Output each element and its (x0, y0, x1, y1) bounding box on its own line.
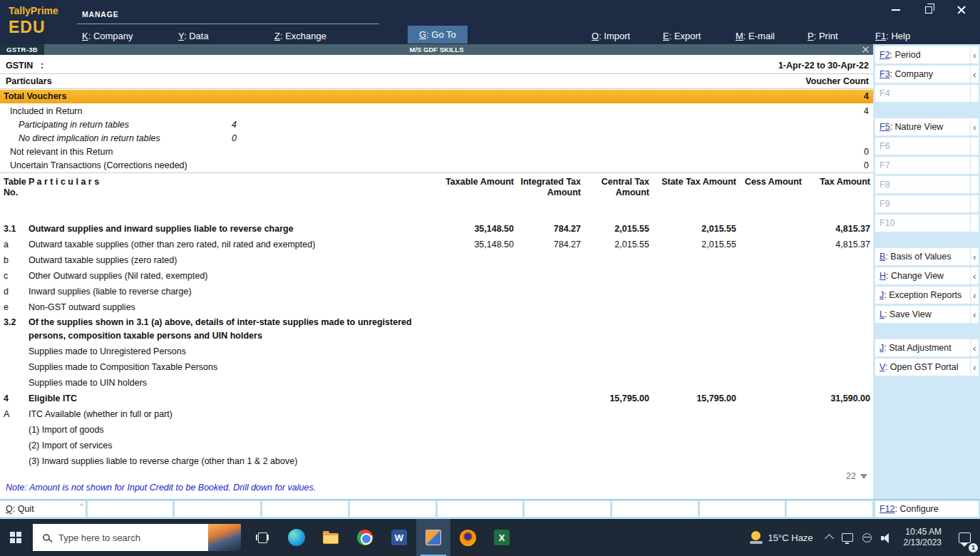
menu-key: M (736, 31, 743, 41)
chevron-left-icon[interactable]: ‹ (971, 339, 979, 356)
bottom-cell[interactable] (700, 501, 785, 517)
edge-button[interactable] (279, 519, 314, 556)
menu-key: O (592, 31, 599, 41)
chrome-button[interactable] (348, 519, 382, 556)
file-explorer-button[interactable] (314, 519, 348, 556)
menu-item-import[interactable]: O: Import (592, 28, 630, 44)
table-row[interactable]: Supplies made to Composition Taxable Per… (0, 359, 873, 375)
chevron-left-icon[interactable]: ‹ (971, 248, 979, 265)
menu-item-company[interactable]: K: Company (82, 28, 133, 44)
table-row[interactable]: dInward supplies (liable to reverse char… (0, 284, 873, 299)
volume-tray-button[interactable] (881, 533, 891, 542)
report-body: GSTIN : 1-Apr-22 to 30-Apr-22 Particular… (0, 55, 873, 499)
table-row[interactable]: cOther Outward supplies (Nil rated, exem… (0, 268, 873, 284)
taskbar-clock[interactable]: 10:45 AM 2/13/2023 (897, 527, 949, 548)
summary-value: 0 (864, 159, 869, 173)
table-row[interactable]: eNon-GST outward supplies (0, 299, 873, 315)
chevron-left-icon[interactable]: ‹ (971, 306, 979, 323)
bottom-cell[interactable] (262, 501, 348, 517)
taskbar-search-input[interactable]: Type here to search (33, 524, 241, 551)
summary-row-participating-in-return-tables[interactable]: Participating in return tables4 (0, 118, 873, 132)
table-row[interactable]: (3) Inward supplies liable to reverse ch… (0, 453, 873, 469)
start-button[interactable] (0, 519, 31, 556)
table-row[interactable]: bOutward taxable supplies (zero rated) (0, 252, 873, 268)
menu-item-print[interactable]: P: Print (808, 28, 838, 44)
chevron-left-icon[interactable]: ‹ (971, 267, 979, 284)
sidebar-button-f10: F10 (875, 215, 970, 232)
quit-cell[interactable]: Q: Quit^ (0, 501, 86, 517)
sidebar-button-stat-adjustment[interactable]: J: Stat Adjustment (875, 339, 970, 356)
bottom-cell[interactable] (175, 501, 260, 517)
summary-row-not-relevant-in-this-return[interactable]: Not relevant in this Return0 (0, 145, 873, 159)
table-row[interactable]: 4Eligible ITC15,795.0015,795.0031,590.00 (0, 391, 873, 406)
window-controls (890, 4, 967, 16)
menu-item-help[interactable]: F1: Help (875, 28, 910, 44)
table-header: Table No. P a r t i c u l a r s Taxable … (0, 175, 873, 198)
menu-item-go-to[interactable]: G: Go To (408, 26, 468, 43)
chevron-left-icon[interactable]: ‹ (971, 118, 979, 135)
chevron-left-icon[interactable]: ‹ (971, 46, 979, 63)
weather-text: 15°C Haze (768, 532, 813, 543)
summary-row-included-in-return[interactable]: Included in Return4 (0, 105, 873, 118)
configure-button[interactable]: F12: Configure (875, 501, 979, 517)
summary-value: 0 (211, 132, 237, 145)
sidebar-button-period[interactable]: F2: Period (875, 46, 970, 63)
sidebar-button-save-view[interactable]: L: Save View (875, 306, 970, 323)
table-row[interactable]: Supplies made to Unregistered Persons (0, 344, 873, 359)
table-row[interactable]: 3.2Of the supplies shown in 3.1 (a) abov… (0, 315, 873, 344)
summary-label: Included in Return (0, 105, 82, 118)
close-window-button[interactable] (956, 4, 967, 16)
report-close-icon[interactable] (862, 46, 869, 53)
menu-item-exchange[interactable]: Z: Exchange (274, 28, 326, 44)
bottom-cell[interactable] (438, 501, 523, 517)
bottom-cell[interactable] (787, 501, 872, 517)
taskbar-apps (245, 519, 519, 556)
table-row[interactable]: (2) Import of services (0, 438, 873, 453)
firefox-button[interactable] (450, 519, 485, 556)
summary-row-uncertain-transactions-corrections-needed[interactable]: Uncertain Transactions (Corrections need… (0, 159, 873, 173)
network-tray-button[interactable] (862, 533, 872, 542)
scroll-indicator[interactable]: 22 (846, 471, 867, 481)
bottom-bar: Q: Quit^ (0, 499, 873, 519)
task-view-button[interactable] (245, 519, 279, 556)
sidebar-button-f8: F8 (875, 176, 970, 193)
table-row[interactable]: 3.1Outward supplies and inward supplies … (0, 221, 873, 237)
sidebar-button-open-gst-portal[interactable]: V: Open GST Portal (875, 359, 970, 376)
sidebar-button-nature-view[interactable]: F5: Nature View (875, 118, 970, 135)
menu-item-data[interactable]: Y: Data (178, 28, 209, 44)
chevron-left-icon (971, 138, 979, 155)
chevron-left-icon (971, 215, 979, 232)
table-row[interactable]: AITC Available (whether in full or part) (0, 406, 873, 422)
volume-icon (881, 533, 891, 542)
summary-row-total-vouchers[interactable]: Total Vouchers4 (0, 90, 873, 103)
summary-row-no-direct-implication-in-return-tables[interactable]: No direct implication in return tables0 (0, 132, 873, 145)
bottom-cell[interactable] (350, 501, 435, 517)
table-row[interactable]: Supplies made to UIN holders (0, 375, 873, 391)
excel-button[interactable] (485, 519, 519, 556)
menu-item-export[interactable]: E: Export (663, 28, 701, 44)
active-app-button[interactable] (416, 519, 450, 556)
sidebar-button-basis-of-values[interactable]: B: Basis of Values (875, 248, 970, 265)
sidebar-button-company[interactable]: F3: Company (875, 66, 970, 83)
chevron-left-icon[interactable]: ‹ (971, 287, 979, 304)
sidebar-button-exception-reports[interactable]: J: Exception Reports (875, 287, 970, 304)
word-button[interactable] (382, 519, 416, 556)
chevron-left-icon[interactable]: ‹ (971, 66, 979, 83)
action-center-button[interactable]: 1 (949, 519, 980, 556)
table-row[interactable]: aOutward taxable supplies (other than ze… (0, 237, 873, 252)
hidden-icons-button[interactable] (826, 533, 832, 542)
display-tray-button[interactable] (842, 533, 853, 542)
chevron-left-icon[interactable]: ‹ (971, 359, 979, 376)
col-table-no: Table No. (0, 175, 29, 198)
minimize-button[interactable] (890, 4, 902, 16)
menu-item-e-mail[interactable]: M: E-mail (736, 28, 775, 44)
bottom-cell[interactable] (525, 501, 610, 517)
bottom-cell[interactable] (88, 501, 173, 517)
sidebar-button-change-view[interactable]: H: Change View (875, 267, 970, 284)
close-icon (957, 6, 966, 14)
weather-widget[interactable]: 15°C Haze (743, 519, 820, 556)
sidebar-button-f6: F6 (875, 138, 970, 155)
bottom-cell[interactable] (612, 501, 698, 517)
table-row[interactable]: (1) Import of goods (0, 422, 873, 438)
restore-button[interactable] (923, 4, 934, 16)
